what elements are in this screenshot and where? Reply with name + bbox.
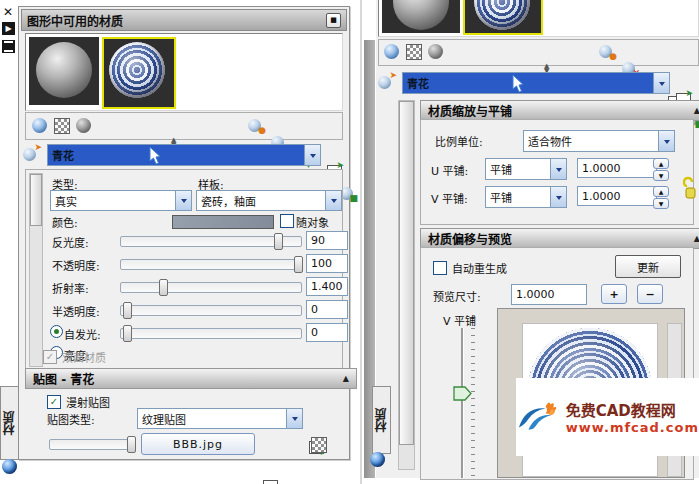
map-section-header[interactable]: 贴图 - 青花 ▲ xyxy=(25,368,357,389)
minus-label: − xyxy=(645,288,654,301)
shininess-slider[interactable] xyxy=(120,236,302,247)
checkered-underlay-icon[interactable] xyxy=(406,44,422,60)
template-combo[interactable]: 瓷砖，釉面 xyxy=(196,190,342,211)
combo-chevron-icon[interactable] xyxy=(550,187,566,207)
scale-unit-combo[interactable]: 适合物件 xyxy=(523,130,675,152)
v-tile-slider-track[interactable] xyxy=(461,328,464,478)
material-swatch-globe[interactable] xyxy=(29,37,99,105)
create-material-icon[interactable]: ● xyxy=(599,43,616,60)
spinner-down-icon[interactable]: ▼ xyxy=(653,170,669,181)
apply-material-to-objects-icon[interactable]: ➤ xyxy=(23,146,40,163)
slider-thumb[interactable] xyxy=(127,436,136,453)
translucency-value[interactable]: 0 xyxy=(306,300,348,319)
material-name-value: 青花 xyxy=(48,145,304,165)
self-illumination-radio[interactable] xyxy=(50,325,63,338)
scaling-group: 比例单位: 适合物件 U 平铺: 平铺 1.0000 ▲ ▼ V 平铺: 平铺 … xyxy=(420,119,694,225)
slider-thumb[interactable] xyxy=(123,302,132,319)
panel-scrollbar[interactable] xyxy=(398,100,415,470)
update-button[interactable]: 更新 xyxy=(615,255,681,278)
v-tile-mode-combo[interactable]: 平铺 xyxy=(485,186,567,208)
globe-icon[interactable] xyxy=(2,459,17,474)
preview-size-value[interactable]: 1.0000 xyxy=(511,284,587,305)
scaling-section-header[interactable]: 材质缩放与平铺 ▲ xyxy=(420,100,699,121)
map-type-combo[interactable]: 纹理贴图 xyxy=(137,408,303,429)
spinner-down-icon[interactable]: ▼ xyxy=(653,198,669,209)
combo-chevron-icon[interactable] xyxy=(325,191,341,210)
panel-title: 图形中可用的材质 xyxy=(27,12,123,29)
materials-palette-left: 图形中可用的材质 ■ ● ✕ ▼ ▫ ■ ▲▼ ➤ 青花 ➤ 类型: xyxy=(18,6,350,460)
checkered-underlay-icon[interactable] xyxy=(54,118,70,134)
type-combo[interactable]: 真实 xyxy=(50,190,192,211)
slider-thumb[interactable] xyxy=(159,279,168,296)
preview-lighting-icon[interactable] xyxy=(428,44,443,59)
apply-material-to-objects-icon[interactable]: ➤ xyxy=(378,74,395,91)
panel-titlebar[interactable]: 图形中可用的材质 ■ xyxy=(21,9,347,31)
u-tile-spinner[interactable]: ▲ ▼ xyxy=(653,158,669,178)
tab-material-right[interactable]: 材质 xyxy=(372,386,391,454)
spinner-up-icon[interactable]: ▲ xyxy=(653,158,669,169)
combo-chevron-icon[interactable] xyxy=(550,159,566,179)
panel-dock-button[interactable]: ■ xyxy=(326,13,341,28)
refraction-slider[interactable] xyxy=(120,282,302,293)
combo-chevron-icon[interactable] xyxy=(653,73,669,93)
slider-thumb[interactable] xyxy=(123,325,132,342)
material-name-combo[interactable]: 青花 xyxy=(402,72,670,94)
combo-chevron-icon[interactable] xyxy=(658,131,674,151)
zoom-in-button[interactable]: + xyxy=(601,284,627,304)
badge-new: ● xyxy=(609,52,617,61)
self-illumination-label: 自发光: xyxy=(64,326,101,342)
map-settings-icon[interactable] xyxy=(311,437,327,453)
color-swatch[interactable] xyxy=(172,215,274,229)
combo-chevron-icon[interactable] xyxy=(286,409,302,428)
self-illumination-slider[interactable] xyxy=(120,328,302,339)
tab-material-left[interactable]: 材质 xyxy=(0,386,19,460)
spinner-up-icon[interactable]: ▲ xyxy=(653,186,669,197)
editor-scrollbar-thumb[interactable] xyxy=(30,174,42,226)
v-tile-spinner[interactable]: ▲ ▼ xyxy=(653,186,669,206)
diffuse-map-checkbox[interactable]: ✓ xyxy=(47,395,61,409)
collapse-icon[interactable]: ▲ xyxy=(694,106,699,115)
auto-regen-checkbox[interactable] xyxy=(433,261,447,275)
panel-scrollbar-thumb[interactable] xyxy=(399,101,414,445)
opacity-slider[interactable] xyxy=(120,259,302,270)
close-icon[interactable]: ✕ xyxy=(3,5,13,19)
slider-thumb[interactable] xyxy=(274,233,283,250)
zoom-out-button[interactable]: − xyxy=(637,284,663,304)
opacity-value[interactable]: 100 xyxy=(306,254,348,273)
u-tile-value[interactable]: 1.0000 xyxy=(577,158,657,178)
delete-map-icon[interactable]: ✕ xyxy=(263,480,278,484)
auto-hide-icon[interactable]: ▶ xyxy=(2,22,15,35)
refraction-value[interactable]: 1.400 xyxy=(306,277,348,296)
editor-scrollbar[interactable] xyxy=(29,173,43,367)
watermark-site-url[interactable]: www.mfcad.com xyxy=(566,420,699,435)
material-swatch-globe[interactable] xyxy=(382,0,460,33)
menu-lines xyxy=(4,41,13,52)
shininess-value[interactable]: 90 xyxy=(306,231,348,250)
translucency-slider[interactable] xyxy=(120,305,302,316)
combo-chevron-icon[interactable] xyxy=(175,191,191,210)
collapse-icon[interactable]: ▲ xyxy=(694,234,699,243)
material-swatch-qinghua-selected[interactable] xyxy=(463,0,543,35)
swatch-toolbar: ● ✕ ▼ ■ xyxy=(378,39,699,66)
preview-lighting-icon[interactable] xyxy=(76,118,91,133)
v-tile-slider-thumb[interactable] xyxy=(453,386,473,401)
self-illumination-value[interactable]: 0 xyxy=(306,323,348,342)
create-material-icon[interactable]: ● xyxy=(248,117,265,134)
globe-icon[interactable] xyxy=(370,452,385,467)
combo-chevron-icon[interactable] xyxy=(304,145,320,165)
map-amount-slider[interactable] xyxy=(49,439,133,450)
two-sided-checkbox[interactable]: ✓ xyxy=(43,350,57,364)
v-tile-value[interactable]: 1.0000 xyxy=(577,186,657,206)
collapse-icon[interactable]: ▲ xyxy=(343,374,349,383)
uv-lock-link-icon[interactable] xyxy=(682,176,698,202)
material-name-combo[interactable]: 青花 xyxy=(47,144,321,166)
material-swatch-qinghua-selected[interactable] xyxy=(102,37,176,109)
offset-section-header[interactable]: 材质偏移与预览 ▲ xyxy=(420,228,699,249)
swatch-geometry-sphere-icon[interactable] xyxy=(384,44,399,59)
u-tile-mode-combo[interactable]: 平铺 xyxy=(485,158,567,180)
properties-menu-icon[interactable] xyxy=(2,40,15,53)
swatch-geometry-sphere-icon[interactable] xyxy=(32,118,47,133)
slider-thumb[interactable] xyxy=(294,256,303,273)
by-object-checkbox[interactable] xyxy=(280,214,294,228)
map-file-button[interactable]: BBB.jpg xyxy=(141,433,255,455)
